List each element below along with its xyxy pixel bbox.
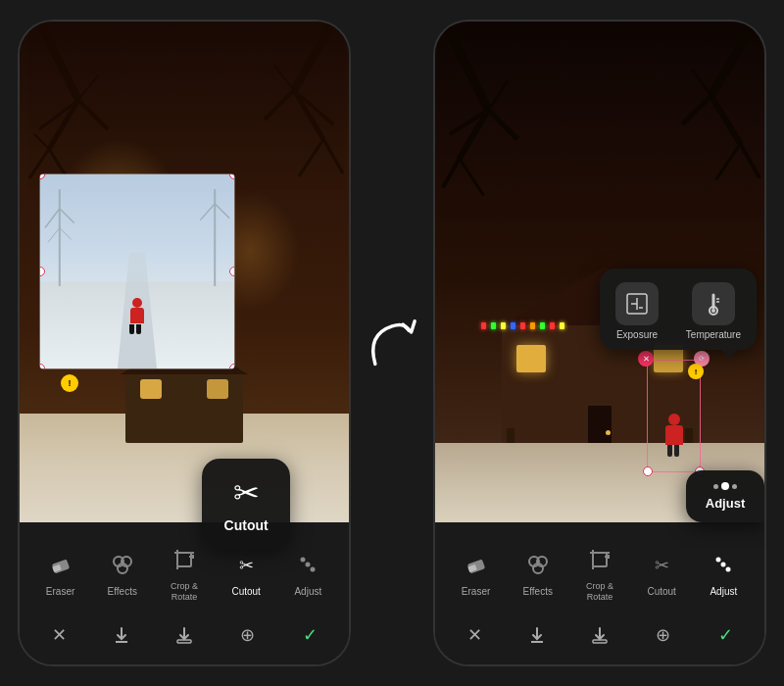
left-tool-adjust[interactable]: Adjust [286, 547, 329, 598]
crop-icon [172, 547, 197, 572]
right-download-btn[interactable] [521, 619, 553, 651]
dot1 [713, 484, 718, 489]
svg-line-10 [323, 139, 343, 173]
right-download-icon [527, 625, 547, 645]
eraser-icon [48, 552, 74, 577]
right-cutout-icon-wrap: ✂ [644, 547, 679, 582]
svg-line-48 [740, 144, 760, 178]
left-toolbar-icons: Eraser Effects [20, 522, 349, 612]
warning-badge-left: ! [61, 374, 78, 392]
svg-line-45 [711, 23, 755, 95]
adjust-popup: Exposure [600, 269, 757, 350]
inset-photo[interactable]: ✕ ⟳ [39, 173, 235, 369]
adjust-icon-wrap [290, 547, 325, 582]
svg-line-46 [711, 95, 741, 143]
right-crop-label: Crop & Rotate [586, 581, 613, 603]
temperature-item[interactable]: Temperature [686, 282, 741, 340]
svg-line-22 [215, 204, 229, 219]
svg-rect-38 [177, 640, 191, 643]
download-icon [112, 625, 131, 645]
svg-point-74 [726, 566, 731, 571]
svg-line-43 [443, 159, 460, 188]
svg-rect-66 [593, 553, 607, 566]
svg-line-16 [45, 209, 60, 228]
svg-point-35 [306, 562, 311, 566]
left-add-btn[interactable]: ⊕ [231, 619, 263, 651]
right-crop-icon-wrap [582, 542, 617, 577]
svg-text:✂: ✂ [239, 556, 254, 575]
svg-point-34 [301, 557, 306, 562]
adjust-active-label: Adjust [706, 496, 745, 511]
right-confirm-btn[interactable]: ✓ [710, 619, 741, 651]
svg-text:✂: ✂ [655, 556, 669, 575]
svg-point-73 [721, 562, 726, 566]
right-toolbar-icons: Eraser Effects [435, 522, 764, 612]
left-toolbar: Eraser Effects [20, 522, 349, 664]
svg-line-41 [488, 110, 517, 139]
svg-line-7 [294, 90, 323, 139]
right-action-bar: ✕ ⊕ ✓ [435, 612, 764, 664]
snow-scene [40, 174, 234, 368]
cutout-popup: ✂ Cutout [202, 459, 290, 549]
left-confirm-btn[interactable]: ✓ [294, 619, 325, 651]
right-cutout-label: Cutout [647, 586, 675, 598]
right-close-handle[interactable]: ✕ [638, 351, 654, 367]
cutout-popup-label: Cutout [224, 517, 269, 533]
scissors-icon-big: ✂ [233, 474, 260, 512]
handle-mr[interactable] [229, 267, 235, 276]
svg-line-51 [692, 70, 711, 96]
right-photo-bg: ✕ ⟳ ! [435, 22, 764, 531]
svg-line-39 [445, 23, 488, 110]
svg-point-36 [311, 566, 316, 571]
exposure-item[interactable]: Exposure [615, 282, 659, 340]
right-tool-cutout[interactable]: ✂ Cutout [640, 547, 683, 598]
svg-line-17 [60, 209, 74, 223]
cutout-label: Cutout [231, 586, 260, 598]
svg-line-50 [488, 81, 508, 111]
svg-line-12 [78, 75, 98, 100]
right-handle-bl[interactable] [643, 466, 653, 476]
right-tree-branches [435, 22, 764, 237]
svg-line-0 [39, 22, 78, 100]
left-action-bar: ✕ ⊕ ✓ [20, 612, 349, 664]
svg-line-1 [49, 100, 78, 149]
left-tool-crop[interactable]: Crop & Rotate [163, 542, 206, 603]
right-adjust-icon-wrap [706, 547, 741, 582]
right-effects-icon [525, 552, 551, 577]
left-download2-btn[interactable] [169, 619, 200, 651]
effects-label: Effects [108, 586, 137, 598]
left-cancel-btn[interactable]: ✕ [43, 619, 74, 651]
right-download2-btn[interactable] [584, 619, 615, 651]
right-tool-eraser[interactable]: Eraser [455, 547, 498, 598]
right-adjust-icon [710, 552, 736, 577]
left-tool-cutout[interactable]: ✂ Cutout ✂ Cutout [224, 547, 268, 598]
svg-line-19 [60, 228, 72, 240]
right-tool-adjust[interactable]: Adjust [702, 547, 745, 598]
svg-line-6 [294, 22, 333, 90]
right-crop-icon [587, 547, 612, 572]
effects-icon-wrap [105, 547, 140, 582]
svg-line-21 [200, 204, 215, 220]
right-cancel-btn[interactable]: ✕ [459, 619, 490, 651]
temperature-label: Temperature [686, 329, 741, 340]
svg-line-47 [682, 95, 711, 124]
left-tool-eraser[interactable]: Eraser [39, 547, 82, 598]
svg-point-58 [711, 309, 715, 313]
adjust-icon [295, 552, 320, 577]
left-tool-effects[interactable]: Effects [101, 547, 144, 598]
exposure-label: Exposure [616, 329, 658, 340]
crop-label: Crop & Rotate [171, 581, 198, 603]
right-eraser-label: Eraser [462, 586, 490, 598]
main-container: ✕ ⟳ ! Eraser [0, 0, 784, 686]
left-phone: ✕ ⟳ ! Eraser [18, 20, 351, 666]
right-tool-crop[interactable]: Crop & Rotate [578, 542, 621, 603]
left-download-btn[interactable] [106, 619, 137, 651]
right-download2-icon [590, 625, 610, 645]
right-tool-effects[interactable]: Effects [516, 547, 560, 598]
right-add-btn[interactable]: ⊕ [647, 619, 678, 651]
svg-rect-28 [177, 553, 191, 566]
effects-icon [110, 552, 135, 577]
svg-line-13 [274, 66, 294, 90]
svg-line-49 [716, 144, 741, 180]
right-eraser-icon-wrap [459, 547, 494, 582]
